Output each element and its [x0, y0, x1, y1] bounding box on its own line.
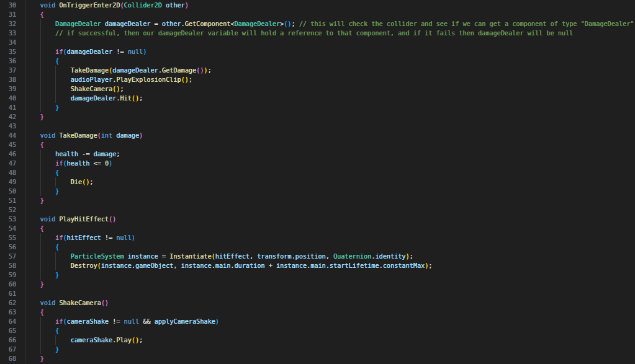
code-line-content[interactable]: { — [25, 308, 635, 317]
code-token: () — [109, 216, 116, 223]
line-number[interactable]: 65 — [0, 326, 25, 335]
code-line: 44void TakeDamage(int damage) — [0, 131, 635, 140]
code-line-content[interactable]: void TakeDamage(int damage) — [25, 131, 635, 140]
code-line-content[interactable]: DamageDealer damageDealer = other.GetCom… — [25, 19, 635, 29]
code-line-content[interactable] — [25, 205, 635, 215]
code-token: Hit — [120, 95, 131, 102]
indent-guide — [25, 317, 40, 326]
code-line-content[interactable]: { — [25, 326, 635, 335]
line-number[interactable]: 60 — [0, 280, 25, 289]
code-line-content[interactable]: { — [25, 140, 635, 149]
code-lines: 30void OnTriggerEnter2D(Collider2D other… — [0, 1, 635, 363]
line-number[interactable]: 55 — [0, 233, 25, 242]
line-number[interactable]: 33 — [0, 29, 25, 38]
line-number[interactable]: 35 — [0, 47, 25, 56]
code-line-content[interactable]: TakeDamage(damageDealer.GetDamage()); — [25, 66, 635, 75]
line-number[interactable]: 51 — [0, 196, 25, 205]
code-line-content[interactable]: { — [25, 168, 635, 177]
line-number[interactable]: 67 — [0, 345, 25, 354]
line-number[interactable]: 56 — [0, 242, 25, 252]
code-line-content[interactable]: if(hitEffect != null) — [25, 233, 635, 242]
code-token: ; — [410, 253, 413, 260]
code-token: cameraShake — [71, 337, 112, 344]
code-line-content[interactable]: void ShakeCamera() — [25, 298, 635, 308]
line-number[interactable]: 42 — [0, 112, 25, 122]
line-number[interactable]: 63 — [0, 308, 25, 317]
line-number[interactable]: 68 — [0, 354, 25, 363]
code-line: 49Die(); — [0, 177, 635, 187]
code-line-content[interactable]: void OnTriggerEnter2D(Collider2D other) — [25, 1, 635, 10]
code-line-content[interactable]: { — [25, 242, 635, 252]
indent-guide — [25, 252, 40, 261]
code-line-content[interactable]: } — [25, 354, 635, 363]
code-line-content[interactable]: } — [25, 345, 635, 354]
indent-guide — [40, 177, 56, 187]
code-line: 59} — [0, 270, 635, 280]
code-line: 41} — [0, 103, 635, 112]
line-number[interactable]: 47 — [0, 159, 25, 168]
code-line-content[interactable]: audioPlayer.PlayExplosionClip(); — [25, 75, 635, 84]
code-line-content[interactable]: Destroy(instance.gameObject, instance.ma… — [25, 261, 635, 270]
code-line-content[interactable]: ShakeCamera(); — [25, 84, 635, 94]
line-number[interactable]: 58 — [0, 261, 25, 270]
line-number[interactable]: 38 — [0, 75, 25, 84]
line-number[interactable]: 52 — [0, 205, 25, 215]
line-number[interactable]: 30 — [0, 1, 25, 10]
line-number[interactable]: 34 — [0, 38, 25, 47]
code-token: { — [55, 327, 59, 334]
code-token: damageDealer — [112, 67, 158, 74]
code-line-content[interactable]: cameraShake.Play(); — [25, 335, 635, 345]
code-line-content[interactable]: } — [25, 280, 635, 289]
line-number[interactable]: 37 — [0, 66, 25, 75]
code-line-content[interactable]: { — [25, 224, 635, 233]
line-number[interactable]: 64 — [0, 317, 25, 326]
code-line-content[interactable]: } — [25, 270, 635, 280]
line-number[interactable]: 36 — [0, 56, 25, 66]
line-number[interactable]: 44 — [0, 131, 25, 140]
code-token: Die — [71, 179, 82, 185]
line-number[interactable]: 45 — [0, 140, 25, 149]
code-line-content[interactable]: } — [25, 112, 635, 122]
code-line-content[interactable] — [25, 122, 635, 131]
line-number[interactable]: 46 — [0, 149, 25, 159]
line-number[interactable]: 54 — [0, 224, 25, 233]
line-number[interactable]: 31 — [0, 10, 25, 19]
code-line: 53void PlayHitEffect() — [0, 215, 635, 224]
line-number[interactable]: 61 — [0, 289, 25, 298]
line-number[interactable]: 62 — [0, 298, 25, 308]
code-line-content[interactable]: } — [25, 196, 635, 205]
code-token: constantMax — [383, 262, 425, 269]
line-number[interactable]: 59 — [0, 270, 25, 280]
code-line-content[interactable]: if(damageDealer != null) — [25, 47, 635, 56]
line-number[interactable]: 43 — [0, 122, 25, 131]
line-number[interactable]: 49 — [0, 177, 25, 187]
code-line-content[interactable] — [25, 38, 635, 47]
line-number[interactable]: 32 — [0, 19, 25, 29]
line-number[interactable]: 50 — [0, 187, 25, 196]
line-number[interactable]: 53 — [0, 215, 25, 224]
line-number[interactable]: 66 — [0, 335, 25, 345]
line-number[interactable]: 48 — [0, 168, 25, 177]
code-line-content[interactable]: void PlayHitEffect() — [25, 215, 635, 224]
code-line-content[interactable]: damageDealer.Hit(); — [25, 94, 635, 103]
line-number[interactable]: 40 — [0, 94, 25, 103]
indent-guide — [25, 149, 40, 159]
code-line-content[interactable]: } — [25, 103, 635, 112]
code-line-content[interactable]: // if successful, then our damageDealer … — [25, 29, 635, 38]
code-token: != — [112, 48, 128, 55]
code-line: 48{ — [0, 168, 635, 177]
code-line-content[interactable]: if(cameraShake != null && applyCameraSha… — [25, 317, 635, 326]
code-line-content[interactable]: { — [25, 56, 635, 66]
code-line-content[interactable]: if(health <= 0) — [25, 159, 635, 168]
code-line-content[interactable]: Die(); — [25, 177, 635, 187]
code-line-content[interactable]: ParticleSystem instance = Instantiate(hi… — [25, 252, 635, 261]
code-line-content[interactable]: } — [25, 187, 635, 196]
indent-guide — [40, 270, 56, 280]
code-line-content[interactable]: { — [25, 10, 635, 19]
code-line-content[interactable] — [25, 289, 635, 298]
code-line-content[interactable]: health -= damage; — [25, 149, 635, 159]
line-number[interactable]: 41 — [0, 103, 25, 112]
line-number[interactable]: 57 — [0, 252, 25, 261]
code-token: ; — [207, 67, 211, 74]
line-number[interactable]: 39 — [0, 84, 25, 94]
